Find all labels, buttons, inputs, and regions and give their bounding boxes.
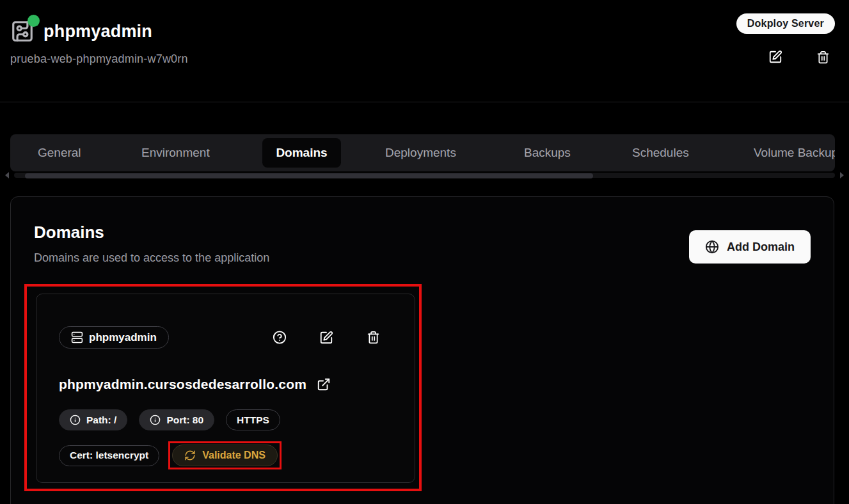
square-pen-icon	[768, 50, 782, 64]
app-icon-wrap	[10, 19, 35, 43]
domain-delete-button[interactable]	[366, 331, 380, 345]
globe-icon	[705, 240, 719, 254]
refresh-cw-icon	[184, 450, 196, 461]
server-icon	[71, 331, 83, 343]
status-dot-running	[28, 15, 40, 27]
port-chip-label: Port: 80	[166, 414, 203, 426]
page: phpmyadmin prueba-web-phpmyadmin-w7w0rn …	[0, 0, 849, 504]
cert-chip: Cert: letsencrypt	[59, 445, 159, 466]
cert-chip-label: Cert: letsencrypt	[70, 450, 148, 461]
trash-icon	[367, 331, 380, 344]
scroll-right-arrow-icon[interactable]	[840, 172, 844, 178]
info-icon	[150, 414, 161, 425]
help-circle-icon	[273, 330, 287, 345]
port-chip: Port: 80	[139, 409, 214, 430]
scrollbar-track[interactable]	[14, 173, 835, 178]
header-actions	[768, 50, 830, 64]
domains-panel: Domains Domains are used to access to th…	[10, 196, 834, 504]
app-header: phpmyadmin prueba-web-phpmyadmin-w7w0rn …	[0, 0, 849, 102]
tab-environment[interactable]: Environment	[128, 138, 223, 168]
domains-section-title: Domains	[34, 223, 104, 242]
validate-dns-annotation: Validate DNS	[168, 441, 282, 469]
tab-volume-backups[interactable]: Volume Backups	[740, 138, 835, 168]
tab-domains[interactable]: Domains	[262, 138, 341, 168]
tab-backups[interactable]: Backups	[511, 138, 584, 168]
trash-icon	[816, 51, 830, 64]
tab-bar: General Environment Domains Deployments …	[10, 134, 835, 171]
add-domain-label: Add Domain	[727, 240, 795, 254]
validate-dns-button[interactable]: Validate DNS	[172, 445, 278, 466]
tab-schedules[interactable]: Schedules	[619, 138, 702, 168]
tabs-horizontal-scrollbar[interactable]	[5, 172, 844, 178]
domains-section-subtitle: Domains are used to access to the applic…	[34, 251, 269, 265]
https-chip: HTTPS	[226, 409, 280, 430]
scroll-left-arrow-icon[interactable]	[5, 172, 9, 178]
app-identity: phpmyadmin prueba-web-phpmyadmin-w7w0rn	[10, 19, 188, 66]
add-domain-button[interactable]: Add Domain	[689, 230, 811, 264]
external-link-icon[interactable]	[317, 377, 331, 391]
domain-host-link[interactable]: phpmyadmin.cursosdedesarrollo.com	[59, 377, 306, 392]
domain-edit-button[interactable]	[319, 331, 333, 345]
page-title: phpmyadmin	[44, 22, 152, 42]
scrollbar-thumb[interactable]	[25, 173, 593, 178]
validate-dns-label: Validate DNS	[202, 450, 266, 461]
tab-deployments[interactable]: Deployments	[372, 138, 470, 168]
path-chip-label: Path: /	[86, 414, 116, 426]
service-chip: phpmyadmin	[59, 326, 169, 349]
service-chip-label: phpmyadmin	[89, 331, 157, 344]
edit-app-button[interactable]	[768, 50, 782, 64]
square-pen-icon	[319, 331, 333, 345]
server-badge: Dokploy Server	[736, 13, 835, 34]
info-icon	[70, 414, 81, 425]
delete-app-button[interactable]	[816, 50, 830, 64]
path-chip: Path: /	[59, 409, 127, 430]
tab-general[interactable]: General	[24, 138, 95, 168]
domain-card: phpmyadmin phpmyadmin.cursosdedesarrollo…	[36, 294, 415, 483]
app-slug: prueba-web-phpmyadmin-w7w0rn	[10, 52, 188, 66]
domain-help-button[interactable]	[273, 331, 287, 345]
https-chip-label: HTTPS	[237, 414, 269, 426]
